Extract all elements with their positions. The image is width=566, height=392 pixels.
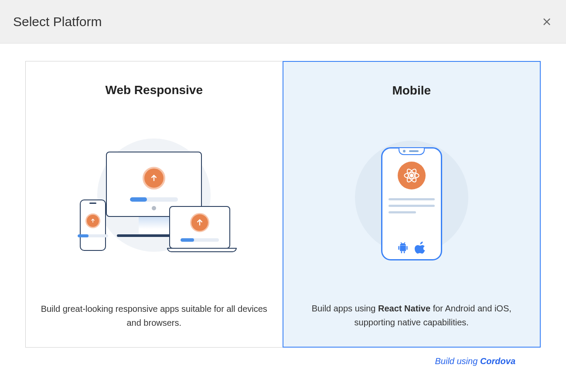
dialog-content: Web Responsive [0,44,566,366]
card-title-mobile: Mobile [392,84,431,98]
svg-rect-9 [401,251,402,253]
react-native-icon [398,162,426,189]
card-title-web: Web Responsive [105,83,203,97]
card-description-web: Build great-looking responsive apps suit… [41,302,267,330]
upload-arrow-icon [85,213,100,228]
apple-icon [414,240,427,255]
mobile-illustration [297,111,527,293]
laptop-device-icon [167,206,232,252]
svg-rect-10 [404,251,405,253]
close-button[interactable] [541,16,553,28]
svg-line-11 [401,243,401,243]
close-icon [542,17,552,27]
mobile-device-icon [381,147,442,260]
platform-cards-row: Web Responsive [25,61,541,348]
footer-link-row: Build using Cordova [25,348,541,366]
svg-rect-6 [400,246,406,251]
platform-card-web[interactable]: Web Responsive [25,61,283,348]
svg-rect-7 [398,246,399,250]
platform-card-mobile[interactable]: Mobile [283,61,541,348]
svg-rect-8 [406,246,408,250]
android-icon [396,241,409,255]
build-cordova-link[interactable]: Build using Cordova [435,356,515,366]
phone-device-icon [80,199,106,251]
card-description-mobile: Build apps using React Native for Androi… [298,301,525,329]
svg-line-12 [404,243,405,243]
dialog-header: Select Platform [0,0,566,44]
web-illustration [39,110,269,293]
upload-arrow-icon [190,213,209,232]
dialog-title: Select Platform [13,14,102,29]
svg-point-2 [410,174,413,177]
upload-arrow-icon [143,167,165,189]
